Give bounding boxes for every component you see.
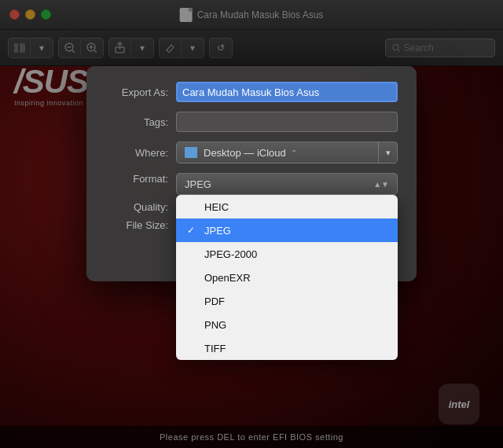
tags-row: Tags: [105, 112, 398, 132]
format-option-pdf[interactable]: PDF [176, 289, 398, 313]
format-option-jpeg[interactable]: ✓ JPEG [176, 218, 398, 242]
tags-input[interactable] [176, 112, 398, 132]
format-dropdown: HEIC ✓ JPEG JPEG-2000 OpenEXR PDF [176, 195, 398, 360]
format-option-tiff[interactable]: TIFF [176, 336, 398, 360]
format-option-jpeg2000[interactable]: JPEG-2000 [176, 242, 398, 266]
desktop-icon [185, 147, 197, 158]
where-select-wrap: Desktop — iCloud ⌃ ▾ [176, 141, 398, 163]
where-expand-button[interactable]: ▾ [379, 141, 398, 163]
format-chevron-icon: ▲▼ [373, 180, 389, 189]
where-value: Desktop — iCloud [204, 147, 286, 159]
check-mark-jpeg: ✓ [187, 225, 198, 236]
where-row: Where: Desktop — iCloud ⌃ ▾ [105, 141, 398, 163]
export-as-label: Export As: [105, 86, 168, 98]
tags-label: Tags: [105, 116, 168, 128]
quality-label: Quality: [105, 201, 168, 213]
format-row: Format: JPEG ▲▼ HEIC ✓ JPEG JPEG-2000 [105, 173, 398, 195]
format-option-png[interactable]: PNG [176, 313, 398, 336]
where-select[interactable]: Desktop — iCloud ⌃ [176, 141, 379, 163]
where-label: Where: [105, 147, 168, 159]
export-as-input[interactable] [176, 82, 398, 102]
filesize-label: File Size: [105, 219, 168, 231]
save-dialog: Export As: Tags: Where: Desktop — iCloud… [86, 66, 417, 281]
dialog-overlay: Export As: Tags: Where: Desktop — iCloud… [0, 0, 503, 448]
format-label: Format: [105, 173, 168, 185]
export-as-row: Export As: [105, 82, 398, 102]
where-chevron-icon: ⌃ [291, 149, 297, 157]
format-value: JPEG [185, 178, 211, 190]
format-option-heic[interactable]: HEIC [176, 195, 398, 218]
format-option-openexr[interactable]: OpenEXR [176, 266, 398, 289]
format-select[interactable]: JPEG ▲▼ [176, 173, 398, 195]
